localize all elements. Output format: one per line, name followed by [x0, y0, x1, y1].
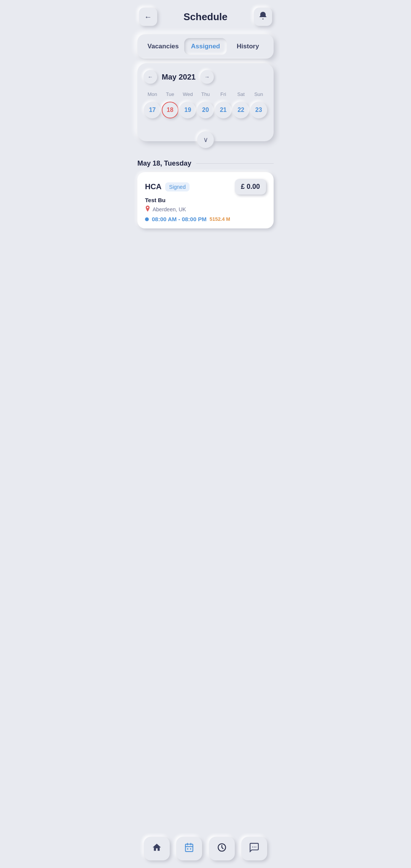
shift-card-header: HCA Signed £ 0.00	[145, 179, 266, 195]
tab-assigned[interactable]: Assigned	[184, 38, 226, 55]
calendar-date-21[interactable]: 21	[215, 102, 232, 118]
notification-button[interactable]	[254, 8, 272, 26]
date-divider	[196, 163, 274, 164]
day-thu: Thu	[197, 90, 215, 99]
date-label-section: May 18, Tuesday	[131, 146, 280, 172]
shift-distance: 5152.4 M	[210, 216, 230, 222]
shift-location: Aberdeen, UK	[145, 206, 266, 213]
shift-title: HCA	[145, 182, 161, 191]
day-fri: Fri	[214, 90, 232, 99]
calendar-day-names: Mon Tue Wed Thu Fri Sat Sun	[143, 90, 268, 99]
calendar-date-22[interactable]: 22	[233, 102, 249, 118]
day-wed: Wed	[179, 90, 197, 99]
back-button[interactable]: ←	[139, 8, 157, 26]
calendar-dates-row: 17 18 19 20 21 22 23	[143, 102, 268, 121]
next-month-icon: →	[204, 74, 210, 80]
prev-month-button[interactable]: ←	[143, 70, 157, 84]
calendar-date-20[interactable]: 20	[197, 102, 214, 118]
chevron-down-icon: ∨	[203, 136, 208, 144]
shift-business: Test Bu	[145, 197, 266, 203]
prev-month-icon: ←	[148, 74, 153, 80]
shift-time: 08:00 AM - 08:00 PM 5152.4 M	[145, 216, 266, 222]
page-title: Schedule	[183, 11, 228, 23]
selected-date-label: May 18, Tuesday	[137, 160, 191, 168]
time-dot-icon	[145, 217, 149, 221]
back-arrow-icon: ←	[144, 13, 152, 21]
calendar-header: ← May 2021 →	[143, 70, 268, 84]
calendar-widget: ← May 2021 → Mon Tue Wed Thu Fri Sat Sun…	[137, 63, 274, 141]
day-sun: Sun	[250, 90, 268, 99]
calendar-date-23[interactable]: 23	[250, 102, 267, 118]
shift-status-badge: Signed	[165, 182, 190, 191]
shift-card[interactable]: HCA Signed £ 0.00 Test Bu Aberdeen, UK 0…	[137, 172, 274, 228]
tab-history[interactable]: History	[227, 38, 269, 55]
tabs-container: Vacancies Assigned History	[137, 34, 274, 59]
app-header: ← Schedule	[131, 0, 280, 30]
day-sat: Sat	[232, 90, 250, 99]
shift-title-row: HCA Signed	[145, 182, 190, 191]
shift-location-text: Aberdeen, UK	[153, 206, 186, 212]
tab-vacancies[interactable]: Vacancies	[142, 38, 184, 55]
expand-calendar-button[interactable]: ∨	[197, 131, 214, 148]
day-mon: Mon	[143, 90, 161, 99]
calendar-expand-row: ∨	[143, 124, 268, 141]
next-month-button[interactable]: →	[200, 70, 214, 84]
day-tue: Tue	[161, 90, 179, 99]
location-icon	[145, 206, 150, 213]
calendar-date-18[interactable]: 18	[162, 102, 178, 118]
calendar-month-title: May 2021	[162, 73, 196, 81]
calendar-date-17[interactable]: 17	[144, 102, 161, 118]
calendar-date-19[interactable]: 19	[179, 102, 196, 118]
bell-icon	[258, 11, 268, 22]
shift-time-range: 08:00 AM - 08:00 PM	[152, 216, 207, 222]
shift-price: £ 0.00	[235, 179, 266, 195]
